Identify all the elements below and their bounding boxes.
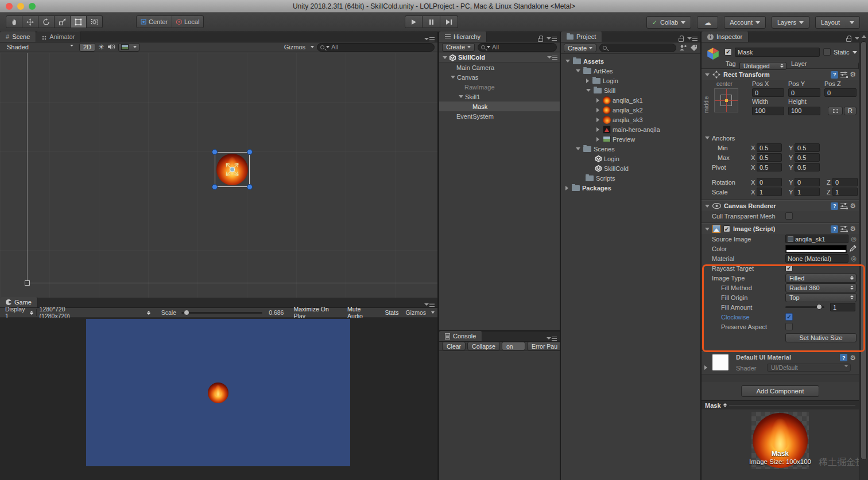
- object-picker-icon[interactable]: ◎: [851, 235, 857, 243]
- game-gizmos-dropdown[interactable]: Gizmos: [405, 309, 435, 316]
- add-component-button[interactable]: Add Component: [741, 385, 819, 397]
- project-item[interactable]: anqila_sk3: [561, 115, 700, 124]
- image-component-header[interactable]: ✓ Image (Script) ? ⚙: [702, 223, 859, 234]
- panel-menu-icon[interactable]: [547, 335, 557, 341]
- game-viewport[interactable]: [0, 318, 437, 480]
- pos-y-field[interactable]: 0: [788, 88, 820, 97]
- scene-viewport[interactable]: [0, 53, 437, 298]
- shaded-dropdown[interactable]: Shaded: [3, 42, 76, 52]
- gear-icon[interactable]: ⚙: [850, 71, 856, 78]
- preview-header[interactable]: Mask: [702, 400, 859, 409]
- step-button[interactable]: [440, 15, 458, 28]
- raw-mode-button[interactable]: R: [844, 107, 857, 115]
- selection-handle-br[interactable]: [247, 184, 253, 190]
- help-icon[interactable]: ?: [831, 71, 838, 79]
- stats-button[interactable]: Stats: [381, 309, 402, 317]
- canvas-renderer-header[interactable]: Canvas Renderer ? ⚙: [702, 200, 859, 211]
- project-item[interactable]: Skill: [561, 85, 700, 95]
- eyedropper-icon[interactable]: [850, 245, 857, 253]
- anchor-max-x-field[interactable]: 0.5: [757, 153, 782, 162]
- hierarchy-item[interactable]: Canvas: [439, 72, 560, 82]
- cull-transparent-mesh-checkbox[interactable]: [785, 212, 793, 220]
- material-swatch[interactable]: [712, 354, 729, 371]
- source-image-field[interactable]: anqila_sk1: [785, 235, 848, 243]
- gear-icon[interactable]: ⚙: [850, 225, 856, 232]
- scene-search-input[interactable]: All: [317, 43, 435, 52]
- minimize-button[interactable]: [17, 3, 24, 10]
- pause-button[interactable]: [423, 15, 440, 28]
- console-log-area[interactable]: [439, 352, 560, 480]
- cloud-button[interactable]: ☁: [697, 16, 718, 29]
- rotation-z-field[interactable]: 0: [832, 178, 858, 186]
- lock-icon[interactable]: [679, 38, 684, 42]
- anchor-min-x-field[interactable]: 0.5: [757, 143, 782, 152]
- panel-menu-icon[interactable]: [424, 302, 435, 307]
- fill-origin-dropdown[interactable]: Top: [785, 293, 857, 302]
- tab-inspector[interactable]: i Inspector: [702, 32, 749, 42]
- console-clear-on-play-button[interactable]: Clear on Play: [502, 342, 525, 350]
- lighting-toggle-icon[interactable]: ☀: [98, 43, 104, 51]
- gameobject-name-field[interactable]: Mask: [735, 48, 820, 57]
- project-item[interactable]: ArtRes: [561, 66, 700, 76]
- transform-tool-icon[interactable]: [87, 15, 103, 28]
- fill-amount-field[interactable]: 1: [830, 303, 855, 311]
- clockwise-checkbox[interactable]: ✓: [785, 313, 793, 321]
- object-picker-icon[interactable]: ◎: [851, 255, 857, 262]
- game-scale-knob[interactable]: [184, 310, 189, 315]
- material-foldout-icon[interactable]: [704, 365, 707, 370]
- collab-button[interactable]: ✓ Collab: [646, 16, 691, 29]
- preserve-aspect-checkbox[interactable]: [785, 323, 793, 330]
- image-type-dropdown[interactable]: Filled: [785, 274, 857, 283]
- effects-dropdown[interactable]: [118, 43, 140, 52]
- active-checkbox[interactable]: ✓: [724, 48, 732, 56]
- hierarchy-item[interactable]: Main Camera: [439, 63, 560, 72]
- presets-icon[interactable]: [840, 72, 847, 77]
- close-button[interactable]: [6, 3, 13, 10]
- panel-menu-icon[interactable]: [547, 36, 557, 41]
- console-clear-button[interactable]: Clear: [442, 342, 466, 350]
- favorites-icon[interactable]: [679, 44, 687, 52]
- fill-amount-slider[interactable]: [785, 306, 824, 308]
- width-field[interactable]: 100: [752, 107, 784, 115]
- image-enabled-checkbox[interactable]: ✓: [723, 225, 730, 232]
- pivot-center-button[interactable]: Center: [136, 15, 172, 28]
- project-item[interactable]: SkillCold: [561, 163, 700, 173]
- raycast-target-checkbox[interactable]: ✓: [785, 264, 793, 272]
- account-dropdown[interactable]: Account: [724, 16, 766, 29]
- project-search-input[interactable]: [599, 44, 676, 52]
- foldout-icon[interactable]: [705, 205, 710, 208]
- console-collapse-button[interactable]: Collapse: [467, 342, 500, 350]
- foldout-icon[interactable]: [705, 73, 710, 76]
- help-icon[interactable]: ?: [840, 354, 847, 361]
- anchor-max-y-field[interactable]: 0.5: [795, 153, 820, 162]
- pivot-y-field[interactable]: 0.5: [795, 163, 820, 171]
- project-item[interactable]: Login: [561, 76, 700, 85]
- fill-method-dropdown[interactable]: Radial 360: [785, 283, 857, 292]
- tab-animator[interactable]: Animator: [36, 32, 81, 42]
- selection-handle-bl[interactable]: [212, 184, 218, 190]
- scale-tool-icon[interactable]: [55, 15, 71, 28]
- layers-dropdown[interactable]: Layers: [772, 16, 809, 29]
- hierarchy-item[interactable]: Skill1: [439, 92, 560, 102]
- scene-menu-icon[interactable]: [547, 54, 557, 60]
- project-item[interactable]: Preview: [561, 134, 700, 144]
- tab-scene[interactable]: # Scene: [0, 32, 36, 42]
- clockwise-label[interactable]: Clockwise: [712, 314, 785, 321]
- maximize-on-play-button[interactable]: Maximize On Play: [289, 309, 340, 317]
- static-dropdown-icon[interactable]: [852, 51, 857, 54]
- hierarchy-item-selected[interactable]: Mask: [439, 102, 560, 111]
- lock-icon[interactable]: [846, 38, 851, 42]
- color-swatch[interactable]: [785, 245, 847, 253]
- anchor-min-y-field[interactable]: 0.5: [795, 143, 820, 152]
- mute-audio-button[interactable]: Mute Audio: [343, 309, 378, 317]
- hierarchy-item[interactable]: RawImage: [439, 82, 560, 92]
- inspector-scrollbar[interactable]: [859, 32, 868, 480]
- tag-dropdown[interactable]: Untagged: [739, 62, 786, 70]
- height-field[interactable]: 100: [788, 107, 820, 115]
- console-error-pause-button[interactable]: Error Pau: [527, 342, 560, 350]
- zoom-button[interactable]: [29, 3, 36, 10]
- tab-hierarchy[interactable]: Hierarchy: [439, 32, 487, 42]
- project-item[interactable]: anqila_sk1: [561, 95, 700, 105]
- scale-y-field[interactable]: 1: [795, 188, 820, 196]
- pivot-gizmo-icon[interactable]: [222, 159, 243, 180]
